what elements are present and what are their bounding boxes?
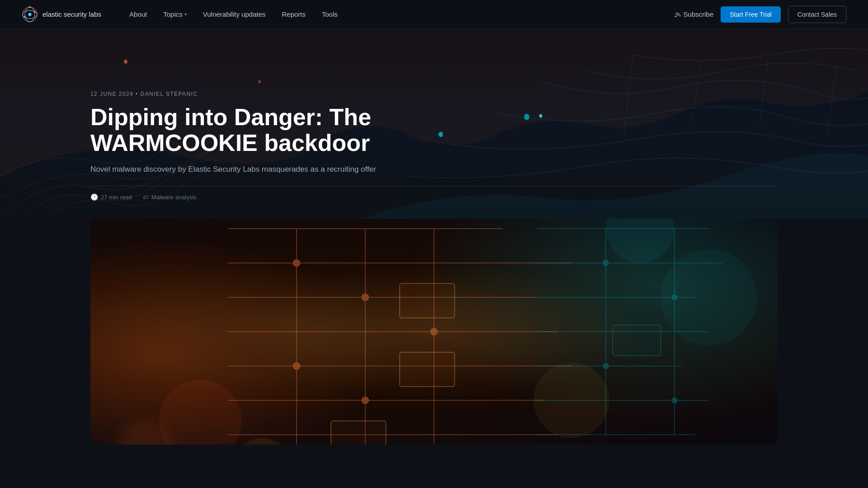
article-image-container — [90, 219, 778, 445]
contact-sales-button[interactable]: Contact Sales — [788, 6, 846, 23]
article-title: Dipping into Danger: The WARMCOOKIE back… — [90, 104, 497, 156]
article-hero-image — [90, 219, 778, 445]
article-stats: 🕐 27 min read 🏷 Malware analysis — [90, 193, 778, 201]
nav-tools[interactable]: Tools — [316, 7, 344, 22]
svg-point-7 — [675, 15, 676, 17]
svg-point-13 — [258, 80, 261, 83]
svg-point-5 — [24, 16, 26, 18]
rss-icon — [675, 11, 681, 18]
svg-point-62 — [533, 362, 609, 438]
article-meta: 12 JUNE 2024 • DANIEL STEPANIC — [90, 91, 778, 97]
article-author: DANIEL STEPANIC — [141, 91, 198, 97]
start-trial-button[interactable]: Start Free Trial — [721, 6, 781, 23]
main-content — [0, 219, 868, 445]
svg-point-12 — [124, 60, 127, 64]
article-date: 12 JUNE 2024 — [90, 91, 133, 97]
nav-actions: Subscribe Start Free Trial Contact Sales — [675, 6, 846, 23]
meta-separator: • — [136, 91, 138, 97]
main-nav: elastic security labs About Topics ▾ Vul… — [0, 0, 868, 29]
divider — [90, 186, 778, 186]
clock-icon: 🕐 — [90, 193, 98, 201]
svg-point-58 — [159, 380, 241, 445]
read-time-stat: 🕐 27 min read — [90, 193, 132, 201]
brand-text: elastic security labs — [42, 10, 101, 18]
svg-point-59 — [231, 438, 293, 445]
article-subtitle: Novel malware discovery by Elastic Secur… — [90, 164, 778, 175]
bokeh-overlay — [90, 219, 778, 445]
nav-vulnerability-updates[interactable]: Vulnerability updates — [197, 7, 272, 22]
nav-topics[interactable]: Topics ▾ — [157, 7, 193, 22]
svg-point-4 — [34, 11, 36, 13]
svg-point-60 — [606, 219, 675, 263]
nav-about[interactable]: About — [123, 7, 153, 22]
chevron-down-icon: ▾ — [184, 12, 187, 17]
hero-section: 12 JUNE 2024 • DANIEL STEPANIC Dipping i… — [0, 29, 868, 219]
svg-point-61 — [661, 249, 757, 346]
article-hero-content: 12 JUNE 2024 • DANIEL STEPANIC Dipping i… — [90, 91, 778, 201]
read-time-text: 27 min read — [101, 194, 132, 201]
tag-icon: 🏷 — [143, 194, 149, 201]
svg-point-6 — [29, 6, 31, 8]
nav-reports[interactable]: Reports — [276, 7, 312, 22]
svg-point-3 — [28, 13, 31, 16]
subscribe-link[interactable]: Subscribe — [675, 10, 714, 18]
article-tag[interactable]: Malware analysis — [151, 194, 197, 201]
tag-stat: 🏷 Malware analysis — [143, 194, 197, 201]
logo-link[interactable]: elastic security labs — [22, 6, 101, 23]
nav-links: About Topics ▾ Vulnerability updates Rep… — [123, 7, 674, 22]
elastic-logo-icon — [22, 6, 38, 23]
